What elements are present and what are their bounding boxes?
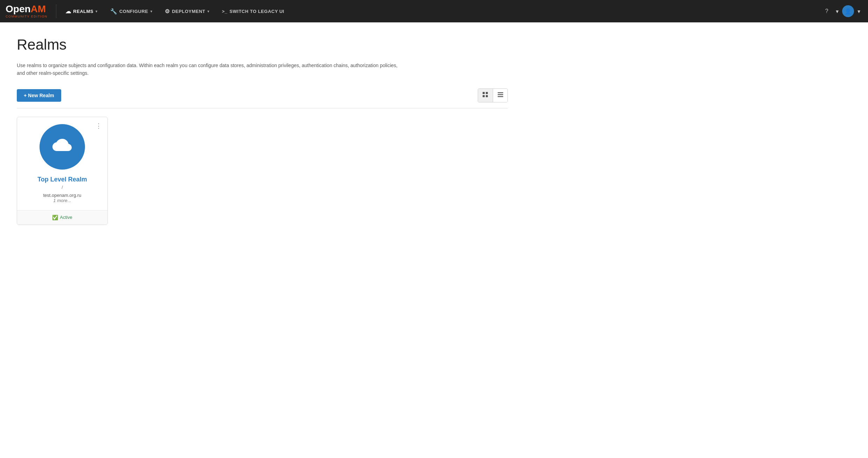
main-content: Realms Use realms to organize subjects a…: [0, 22, 525, 239]
list-icon: [498, 92, 503, 99]
svg-rect-2: [483, 95, 485, 97]
nav-configure[interactable]: 🔧 CONFIGURE ▾: [104, 0, 159, 22]
help-button[interactable]: ?: [820, 0, 834, 22]
status-active: ✅ Active: [21, 215, 103, 220]
cards-container: ⋮ Top Level Realm / test.openam.org.ru 1…: [17, 117, 508, 225]
view-toggle: [478, 88, 508, 102]
nav-legacy-ui[interactable]: >_ SWITCH TO LEGACY UI: [216, 0, 291, 22]
realm-more[interactable]: 1 more...: [53, 198, 71, 203]
deployment-icon: ⚙: [165, 8, 170, 15]
toolbar: + New Realm: [17, 88, 508, 108]
realm-name[interactable]: Top Level Realm: [37, 176, 87, 183]
realm-icon-circle: [40, 124, 85, 170]
realm-hosts: test.openam.org.ru: [43, 193, 81, 198]
svg-rect-1: [486, 92, 488, 94]
svg-rect-0: [483, 92, 485, 94]
svg-rect-5: [498, 94, 503, 95]
card-menu-button[interactable]: ⋮: [94, 121, 103, 130]
realm-cloud-icon: [52, 136, 73, 157]
help-dropdown-icon: ▾: [836, 8, 839, 15]
status-active-icon: ✅: [52, 215, 58, 220]
realm-card[interactable]: ⋮ Top Level Realm / test.openam.org.ru 1…: [17, 117, 108, 225]
logo-sub: COMMUNITY EDITION: [6, 15, 48, 18]
svg-rect-3: [486, 95, 488, 97]
grid-view-button[interactable]: [478, 89, 493, 102]
cloud-icon: ☁: [65, 8, 71, 15]
help-chevron[interactable]: ▾: [834, 0, 841, 22]
logo-am: AM: [31, 3, 46, 14]
navbar: OpenAM COMMUNITY EDITION ☁ REALMS ▾ 🔧 CO…: [0, 0, 868, 22]
help-icon: ?: [825, 8, 828, 14]
avatar[interactable]: 👤: [842, 5, 854, 17]
nav-right: ? ▾ 👤 ▾: [820, 0, 862, 22]
nav-configure-label: CONFIGURE: [119, 9, 148, 14]
logo-open: Open: [6, 3, 31, 14]
page-title: Realms: [17, 36, 508, 53]
configure-chevron: ▾: [150, 9, 152, 13]
svg-rect-4: [498, 92, 503, 93]
realm-card-body: ⋮ Top Level Realm / test.openam.org.ru 1…: [17, 117, 107, 210]
terminal-icon: >_: [222, 9, 228, 14]
nav-deployment[interactable]: ⚙ DEPLOYMENT ▾: [158, 0, 215, 22]
avatar-dropdown-icon: ▾: [858, 8, 860, 15]
nav-realms-label: REALMS: [73, 9, 93, 14]
avatar-icon: 👤: [845, 8, 852, 15]
realms-chevron: ▾: [95, 9, 98, 13]
nav-deployment-label: DEPLOYMENT: [172, 9, 205, 14]
page-description: Use realms to organize subjects and conf…: [17, 62, 401, 77]
realm-path: /: [62, 185, 63, 190]
status-label: Active: [60, 215, 72, 220]
realm-card-footer: ✅ Active: [17, 210, 107, 224]
logo[interactable]: OpenAM COMMUNITY EDITION: [6, 4, 56, 18]
nav-realms[interactable]: ☁ REALMS ▾: [59, 0, 104, 22]
avatar-chevron[interactable]: ▾: [855, 0, 862, 22]
nav-legacy-label: SWITCH TO LEGACY UI: [229, 9, 284, 14]
new-realm-button[interactable]: + New Realm: [17, 89, 61, 102]
grid-icon: [483, 92, 488, 99]
deployment-chevron: ▾: [207, 9, 209, 13]
list-view-button[interactable]: [493, 89, 507, 102]
svg-rect-6: [498, 96, 503, 97]
configure-icon: 🔧: [110, 8, 118, 15]
